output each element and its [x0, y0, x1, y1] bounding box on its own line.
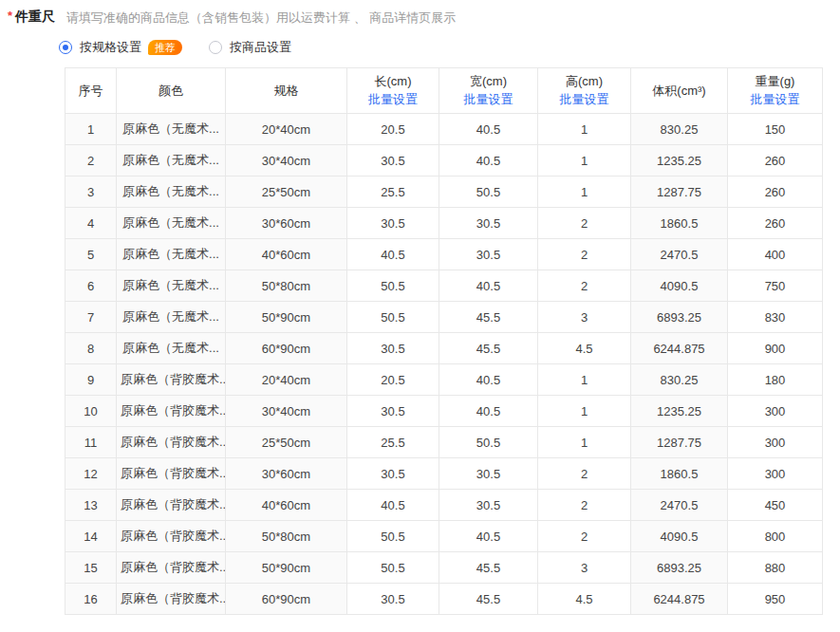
- spec-table-body: 1原麻色（无魔术...20*40cm20.540.51830.251502原麻色…: [65, 114, 823, 615]
- cell-color: 原麻色（背胶魔术...: [117, 584, 226, 615]
- cell-length[interactable]: 50.5: [347, 521, 439, 552]
- cell-height[interactable]: 2: [538, 208, 631, 239]
- table-row: 9原麻色（背胶魔术...20*40cm20.540.51830.25180: [65, 364, 823, 396]
- cell-weight[interactable]: 450: [728, 490, 823, 521]
- cell-length[interactable]: 20.5: [347, 364, 439, 396]
- cell-width[interactable]: 45.5: [439, 584, 538, 615]
- column-label: 高(cm): [540, 73, 628, 90]
- radio-option-by-spec[interactable]: 按规格设置 推荐: [59, 39, 182, 56]
- cell-height[interactable]: 2: [538, 490, 631, 521]
- cell-height[interactable]: 2: [538, 239, 631, 270]
- cell-volume: 4090.5: [631, 270, 728, 302]
- table-row: 7原麻色（无魔术...50*90cm50.545.536893.25830: [65, 302, 823, 333]
- cell-color: 原麻色（背胶魔术...: [117, 364, 226, 396]
- radio-option-label: 按商品设置: [230, 39, 291, 56]
- batch-set-link-length[interactable]: 批量设置: [349, 91, 437, 108]
- cell-weight[interactable]: 900: [728, 333, 823, 364]
- cell-height[interactable]: 4.5: [538, 584, 631, 615]
- field-header: * 件重尺 请填写准确的商品信息（含销售包装）用以运费计算 、 商品详情页展示: [0, 0, 840, 27]
- field-description: 请填写准确的商品信息（含销售包装）用以运费计算 、 商品详情页展示: [66, 9, 456, 27]
- cell-spec: 50*90cm: [226, 552, 347, 584]
- cell-length[interactable]: 40.5: [347, 239, 439, 270]
- radio-selected-icon[interactable]: [59, 41, 72, 54]
- cell-height[interactable]: 1: [538, 396, 631, 427]
- cell-weight[interactable]: 180: [728, 364, 823, 396]
- cell-height[interactable]: 1: [538, 114, 631, 145]
- radio-option-by-product[interactable]: 按商品设置: [209, 39, 291, 56]
- cell-length[interactable]: 30.5: [347, 584, 439, 615]
- cell-length[interactable]: 30.5: [347, 145, 439, 177]
- cell-height[interactable]: 3: [538, 302, 631, 333]
- cell-weight[interactable]: 400: [728, 239, 823, 270]
- column-label: 序号: [67, 83, 114, 100]
- cell-spec: 40*60cm: [226, 239, 347, 270]
- cell-weight[interactable]: 150: [728, 114, 823, 145]
- cell-length[interactable]: 20.5: [347, 114, 439, 145]
- cell-weight[interactable]: 300: [728, 427, 823, 458]
- cell-height[interactable]: 2: [538, 458, 631, 490]
- cell-index: 7: [65, 302, 117, 333]
- cell-width[interactable]: 30.5: [439, 208, 538, 239]
- cell-length[interactable]: 30.5: [347, 458, 439, 490]
- cell-width[interactable]: 45.5: [439, 302, 538, 333]
- cell-height[interactable]: 2: [538, 521, 631, 552]
- cell-weight[interactable]: 260: [728, 208, 823, 239]
- cell-color: 原麻色（无魔术...: [117, 239, 226, 270]
- batch-set-link-weight[interactable]: 批量设置: [730, 91, 820, 108]
- cell-volume: 1860.5: [631, 208, 728, 239]
- cell-color: 原麻色（背胶魔术...: [117, 490, 226, 521]
- radio-unselected-icon[interactable]: [209, 41, 222, 54]
- cell-length[interactable]: 30.5: [347, 333, 439, 364]
- cell-length[interactable]: 30.5: [347, 208, 439, 239]
- cell-weight[interactable]: 260: [728, 145, 823, 177]
- cell-length[interactable]: 50.5: [347, 270, 439, 302]
- column-header-weight: 重量(g)批量设置: [728, 68, 823, 114]
- cell-index: 1: [65, 114, 117, 145]
- batch-set-link-width[interactable]: 批量设置: [441, 91, 535, 108]
- cell-height[interactable]: 1: [538, 145, 631, 177]
- cell-width[interactable]: 50.5: [439, 177, 538, 208]
- cell-width[interactable]: 30.5: [439, 490, 538, 521]
- cell-width[interactable]: 40.5: [439, 114, 538, 145]
- cell-height[interactable]: 4.5: [538, 333, 631, 364]
- table-row: 12原麻色（背胶魔术...30*60cm30.530.521860.5300: [65, 458, 823, 490]
- cell-spec: 30*40cm: [226, 145, 347, 177]
- column-header-index: 序号: [65, 68, 117, 114]
- cell-length[interactable]: 25.5: [347, 177, 439, 208]
- cell-width[interactable]: 40.5: [439, 521, 538, 552]
- cell-height[interactable]: 1: [538, 427, 631, 458]
- cell-color: 原麻色（无魔术...: [117, 114, 226, 145]
- cell-width[interactable]: 40.5: [439, 364, 538, 396]
- cell-weight[interactable]: 750: [728, 270, 823, 302]
- cell-height[interactable]: 2: [538, 270, 631, 302]
- cell-width[interactable]: 30.5: [439, 458, 538, 490]
- cell-volume: 1287.75: [631, 427, 728, 458]
- cell-height[interactable]: 1: [538, 177, 631, 208]
- cell-width[interactable]: 40.5: [439, 145, 538, 177]
- cell-width[interactable]: 40.5: [439, 396, 538, 427]
- batch-set-link-height[interactable]: 批量设置: [540, 91, 628, 108]
- cell-weight[interactable]: 880: [728, 552, 823, 584]
- cell-length[interactable]: 50.5: [347, 552, 439, 584]
- cell-volume: 6244.875: [631, 584, 728, 615]
- cell-length[interactable]: 25.5: [347, 427, 439, 458]
- cell-weight[interactable]: 300: [728, 396, 823, 427]
- cell-weight[interactable]: 830: [728, 302, 823, 333]
- cell-weight[interactable]: 260: [728, 177, 823, 208]
- cell-width[interactable]: 45.5: [439, 333, 538, 364]
- cell-width[interactable]: 45.5: [439, 552, 538, 584]
- cell-color: 原麻色（无魔术...: [117, 145, 226, 177]
- cell-width[interactable]: 30.5: [439, 239, 538, 270]
- cell-length[interactable]: 30.5: [347, 396, 439, 427]
- cell-length[interactable]: 40.5: [347, 490, 439, 521]
- cell-width[interactable]: 40.5: [439, 270, 538, 302]
- cell-length[interactable]: 50.5: [347, 302, 439, 333]
- cell-weight[interactable]: 800: [728, 521, 823, 552]
- cell-height[interactable]: 3: [538, 552, 631, 584]
- cell-height[interactable]: 1: [538, 364, 631, 396]
- cell-volume: 830.25: [631, 114, 728, 145]
- cell-weight[interactable]: 950: [728, 584, 823, 615]
- cell-width[interactable]: 50.5: [439, 427, 538, 458]
- cell-weight[interactable]: 300: [728, 458, 823, 490]
- column-label: 规格: [228, 83, 345, 100]
